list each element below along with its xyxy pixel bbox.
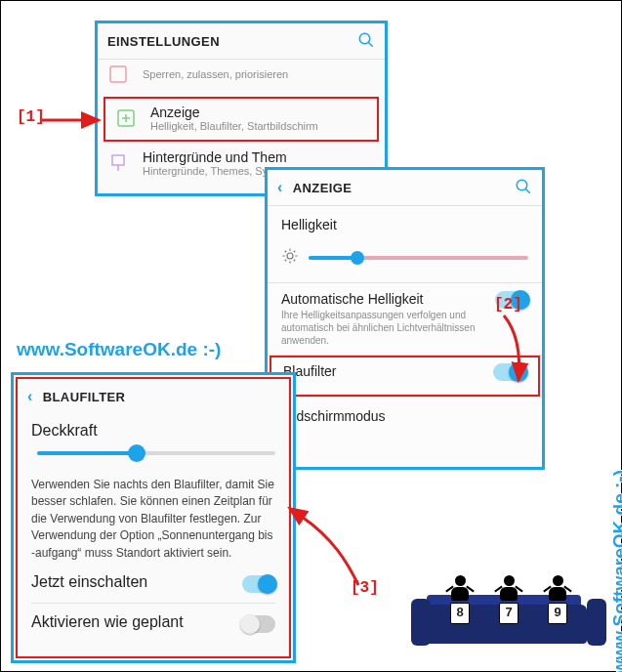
- panel2-title: ANZEIGE: [293, 181, 515, 195]
- auto-brightness-sub: Ihre Helligkeitsanpassungen verfolgen un…: [281, 309, 487, 347]
- panel3-title: BLAUFILTER: [43, 390, 279, 404]
- schedule-toggle[interactable]: [242, 615, 275, 633]
- screenmode-row[interactable]: Bildschirmmodus: [268, 398, 542, 431]
- watermark-vertical: www.SoftwareOK.de :-): [609, 470, 622, 672]
- display-icon: [113, 105, 139, 131]
- svg-line-1: [368, 42, 373, 47]
- turn-on-now-label: Jetzt einschalten: [31, 573, 147, 591]
- themes-icon: [105, 150, 131, 176]
- panel1-title: EINSTELLUNGEN: [107, 34, 357, 49]
- panel1-header: EINSTELLUNGEN: [98, 23, 385, 59]
- judge-1: 8: [440, 575, 479, 624]
- brightness-slider[interactable]: [268, 239, 542, 282]
- panel2-header: ‹ ANZEIGE: [268, 170, 542, 205]
- opacity-label: Deckkraft: [31, 422, 98, 439]
- svg-point-6: [517, 180, 527, 190]
- bluefilter-description: Verwenden Sie nachts den Blaufilter, dam…: [18, 469, 289, 569]
- annotation-marker-2: [2]: [494, 296, 522, 314]
- row-sub: Helligkeit, Blaufilter, Startbildschirm: [150, 120, 318, 132]
- turn-on-now-toggle[interactable]: [242, 575, 275, 593]
- back-icon[interactable]: ‹: [27, 388, 33, 405]
- back-icon[interactable]: ‹: [277, 179, 283, 196]
- brightness-icon: [281, 247, 299, 269]
- row-sub: Sperren, zulassen, priorisieren: [143, 68, 288, 80]
- row-title: Anzeige: [150, 105, 318, 120]
- schedule-row[interactable]: Aktivieren wie geplant: [18, 606, 289, 641]
- opacity-slider[interactable]: [18, 443, 289, 469]
- judge-score: 9: [548, 603, 567, 624]
- turn-on-now-row[interactable]: Jetzt einschalten: [18, 569, 289, 601]
- screenmode-label: Bildschirmmodus: [281, 408, 386, 424]
- svg-line-7: [525, 189, 530, 193]
- annotation-arrow-2: [489, 314, 548, 396]
- settings-row-display[interactable]: Anzeige Helligkeit, Blaufilter, Startbil…: [104, 97, 379, 142]
- bluefilter-panel: ‹ BLAUFILTER Deckkraft Verwenden Sie nac…: [11, 372, 296, 663]
- annotation-arrow-3: [294, 509, 382, 601]
- schedule-label: Aktivieren wie geplant: [31, 613, 184, 631]
- row-title: Hintergründe und Them: [143, 149, 297, 165]
- judge-score: 7: [499, 603, 518, 624]
- search-icon[interactable]: [357, 31, 375, 52]
- judge-3: 9: [538, 575, 577, 624]
- search-icon[interactable]: [515, 178, 532, 198]
- annotation-arrow-1: [40, 108, 108, 142]
- panel3-header: ‹ BLAUFILTER: [18, 379, 289, 414]
- judge-score: 8: [450, 603, 470, 624]
- svg-rect-4: [112, 155, 124, 165]
- svg-point-0: [359, 33, 370, 44]
- svg-rect-2: [110, 66, 126, 82]
- auto-brightness-label: Automatische Helligkeit: [281, 291, 487, 307]
- settings-row-apps[interactable]: Sperren, zulassen, priorisieren: [98, 60, 385, 95]
- watermark: www.SoftwareOK.de :-): [17, 339, 221, 360]
- app-icon: [105, 62, 131, 87]
- judge-2: 7: [489, 575, 528, 624]
- judges-illustration: 8 7 9: [411, 575, 606, 655]
- brightness-label: Helligkeit: [281, 217, 337, 232]
- svg-point-8: [287, 253, 293, 259]
